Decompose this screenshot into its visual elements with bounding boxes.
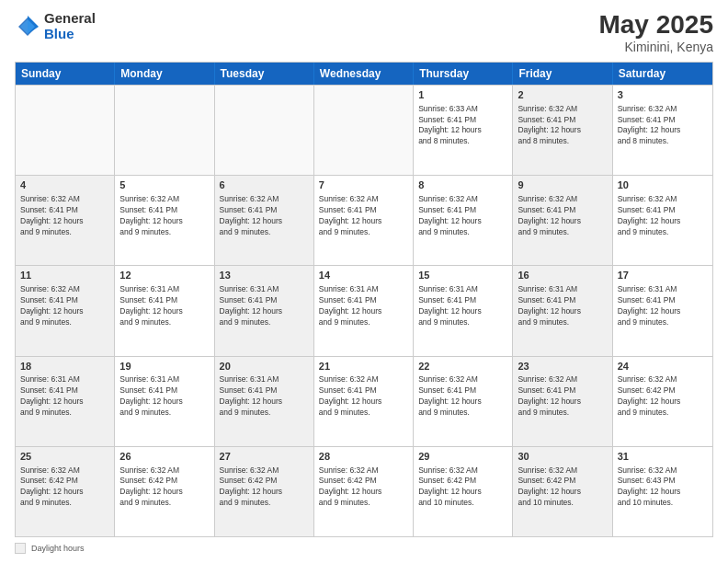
cal-cell: 3Sunrise: 6:32 AM Sunset: 6:41 PM Daylig… — [613, 86, 712, 175]
day-number: 25 — [20, 450, 109, 464]
calendar-header-row: SundayMondayTuesdayWednesdayThursdayFrid… — [16, 63, 712, 85]
cell-info: Sunrise: 6:32 AM Sunset: 6:42 PM Dayligh… — [319, 465, 408, 510]
cell-info: Sunrise: 6:32 AM Sunset: 6:41 PM Dayligh… — [518, 104, 607, 148]
cal-cell — [115, 86, 214, 175]
cal-header-wednesday: Wednesday — [314, 63, 414, 85]
day-number: 18 — [20, 360, 109, 373]
day-number: 6 — [220, 178, 309, 192]
location-subtitle: Kiminini, Kenya — [598, 40, 713, 54]
day-number: 3 — [618, 88, 708, 102]
cal-row-0: 1Sunrise: 6:33 AM Sunset: 6:41 PM Daylig… — [16, 85, 712, 175]
cell-info: Sunrise: 6:32 AM Sunset: 6:41 PM Dayligh… — [518, 194, 607, 238]
day-number: 30 — [518, 450, 607, 464]
cell-info: Sunrise: 6:32 AM Sunset: 6:42 PM Dayligh… — [220, 465, 309, 510]
month-title: May 2025 — [598, 11, 713, 40]
cal-cell: 30Sunrise: 6:32 AM Sunset: 6:42 PM Dayli… — [513, 447, 612, 536]
cell-info: Sunrise: 6:31 AM Sunset: 6:41 PM Dayligh… — [319, 284, 408, 328]
cal-cell: 4Sunrise: 6:32 AM Sunset: 6:41 PM Daylig… — [16, 176, 115, 265]
header: General Blue May 2025 Kiminini, Kenya — [15, 11, 713, 54]
cell-info: Sunrise: 6:32 AM Sunset: 6:41 PM Dayligh… — [418, 194, 507, 238]
logo-general: General — [44, 10, 96, 26]
cell-info: Sunrise: 6:32 AM Sunset: 6:41 PM Dayligh… — [220, 194, 309, 238]
day-number: 19 — [119, 360, 209, 373]
calendar: SundayMondayTuesdayWednesdayThursdayFrid… — [15, 62, 713, 537]
calendar-body: 1Sunrise: 6:33 AM Sunset: 6:41 PM Daylig… — [16, 85, 712, 536]
cell-info: Sunrise: 6:32 AM Sunset: 6:41 PM Dayligh… — [518, 374, 607, 419]
day-number: 13 — [220, 269, 309, 282]
cal-cell: 9Sunrise: 6:32 AM Sunset: 6:41 PM Daylig… — [513, 176, 612, 265]
page: General Blue May 2025 Kiminini, Kenya Su… — [0, 0, 728, 563]
cal-cell: 1Sunrise: 6:33 AM Sunset: 6:41 PM Daylig… — [414, 86, 513, 175]
cell-info: Sunrise: 6:32 AM Sunset: 6:41 PM Dayligh… — [618, 104, 708, 148]
cell-info: Sunrise: 6:31 AM Sunset: 6:41 PM Dayligh… — [20, 374, 109, 419]
cal-header-friday: Friday — [513, 63, 612, 85]
logo-blue: Blue — [44, 26, 74, 41]
day-number: 14 — [319, 269, 408, 282]
cal-cell: 10Sunrise: 6:32 AM Sunset: 6:41 PM Dayli… — [613, 176, 712, 265]
daylight-label: Daylight hours — [31, 544, 85, 553]
cal-header-saturday: Saturday — [613, 63, 712, 85]
cal-cell — [16, 86, 115, 175]
cell-info: Sunrise: 6:32 AM Sunset: 6:41 PM Dayligh… — [618, 194, 708, 238]
cal-cell: 11Sunrise: 6:32 AM Sunset: 6:41 PM Dayli… — [16, 266, 115, 355]
cal-cell: 7Sunrise: 6:32 AM Sunset: 6:41 PM Daylig… — [314, 176, 414, 265]
cell-info: Sunrise: 6:32 AM Sunset: 6:41 PM Dayligh… — [319, 194, 408, 238]
day-number: 15 — [418, 269, 507, 282]
cal-cell: 15Sunrise: 6:31 AM Sunset: 6:41 PM Dayli… — [414, 266, 513, 355]
day-number: 23 — [518, 360, 607, 373]
cal-cell: 18Sunrise: 6:31 AM Sunset: 6:41 PM Dayli… — [16, 357, 115, 446]
day-number: 10 — [618, 178, 708, 192]
cal-cell — [314, 86, 414, 175]
cal-header-sunday: Sunday — [16, 63, 115, 85]
cal-cell: 20Sunrise: 6:31 AM Sunset: 6:41 PM Dayli… — [215, 357, 314, 446]
cal-row-4: 25Sunrise: 6:32 AM Sunset: 6:42 PM Dayli… — [16, 446, 712, 536]
cal-header-tuesday: Tuesday — [215, 63, 314, 85]
day-number: 4 — [20, 178, 109, 192]
day-number: 2 — [518, 88, 607, 102]
cell-info: Sunrise: 6:31 AM Sunset: 6:41 PM Dayligh… — [618, 284, 708, 328]
cal-cell: 12Sunrise: 6:31 AM Sunset: 6:41 PM Dayli… — [115, 266, 214, 355]
logo-icon — [15, 14, 40, 40]
day-number: 16 — [518, 269, 607, 282]
cal-cell: 24Sunrise: 6:32 AM Sunset: 6:42 PM Dayli… — [613, 357, 712, 446]
daylight-legend-box — [15, 543, 26, 554]
cal-cell: 19Sunrise: 6:31 AM Sunset: 6:41 PM Dayli… — [115, 357, 214, 446]
cell-info: Sunrise: 6:32 AM Sunset: 6:41 PM Dayligh… — [119, 194, 209, 238]
cell-info: Sunrise: 6:32 AM Sunset: 6:42 PM Dayligh… — [119, 465, 209, 510]
cell-info: Sunrise: 6:31 AM Sunset: 6:41 PM Dayligh… — [220, 284, 309, 328]
day-number: 9 — [518, 178, 607, 192]
cal-cell: 27Sunrise: 6:32 AM Sunset: 6:42 PM Dayli… — [215, 447, 314, 536]
day-number: 31 — [618, 450, 708, 464]
day-number: 28 — [319, 450, 408, 464]
cell-info: Sunrise: 6:32 AM Sunset: 6:42 PM Dayligh… — [618, 374, 708, 419]
day-number: 7 — [319, 178, 408, 192]
cal-cell: 16Sunrise: 6:31 AM Sunset: 6:41 PM Dayli… — [513, 266, 612, 355]
cell-info: Sunrise: 6:31 AM Sunset: 6:41 PM Dayligh… — [418, 284, 507, 328]
cal-cell: 31Sunrise: 6:32 AM Sunset: 6:43 PM Dayli… — [613, 447, 712, 536]
cal-cell: 5Sunrise: 6:32 AM Sunset: 6:41 PM Daylig… — [115, 176, 214, 265]
cell-info: Sunrise: 6:32 AM Sunset: 6:41 PM Dayligh… — [319, 374, 408, 419]
cell-info: Sunrise: 6:32 AM Sunset: 6:43 PM Dayligh… — [618, 465, 708, 510]
cal-header-monday: Monday — [115, 63, 214, 85]
day-number: 29 — [418, 450, 507, 464]
cal-cell: 23Sunrise: 6:32 AM Sunset: 6:41 PM Dayli… — [513, 357, 612, 446]
cal-cell — [215, 86, 314, 175]
day-number: 27 — [220, 450, 309, 464]
day-number: 12 — [119, 269, 209, 282]
day-number: 1 — [418, 88, 507, 102]
cal-cell: 13Sunrise: 6:31 AM Sunset: 6:41 PM Dayli… — [215, 266, 314, 355]
footer: Daylight hours — [15, 543, 713, 554]
cell-info: Sunrise: 6:32 AM Sunset: 6:42 PM Dayligh… — [518, 465, 607, 510]
day-number: 17 — [618, 269, 708, 282]
cal-cell: 6Sunrise: 6:32 AM Sunset: 6:41 PM Daylig… — [215, 176, 314, 265]
cal-cell: 25Sunrise: 6:32 AM Sunset: 6:42 PM Dayli… — [16, 447, 115, 536]
day-number: 26 — [119, 450, 209, 464]
logo-text: General Blue — [44, 11, 96, 41]
cell-info: Sunrise: 6:32 AM Sunset: 6:42 PM Dayligh… — [20, 465, 109, 510]
cal-cell: 2Sunrise: 6:32 AM Sunset: 6:41 PM Daylig… — [513, 86, 612, 175]
cell-info: Sunrise: 6:32 AM Sunset: 6:41 PM Dayligh… — [20, 284, 109, 328]
day-number: 11 — [20, 269, 109, 282]
cal-row-2: 11Sunrise: 6:32 AM Sunset: 6:41 PM Dayli… — [16, 265, 712, 355]
cal-cell: 14Sunrise: 6:31 AM Sunset: 6:41 PM Dayli… — [314, 266, 414, 355]
day-number: 8 — [418, 178, 507, 192]
